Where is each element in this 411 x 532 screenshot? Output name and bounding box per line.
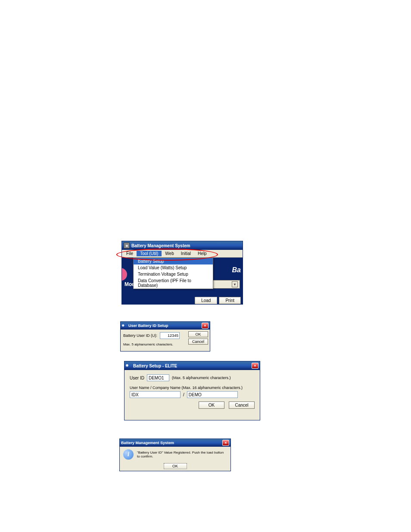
menu-load-value-setup[interactable]: Load Value (Watts) Setup: [134, 264, 213, 271]
company-name-input[interactable]: [187, 391, 238, 398]
titlebar: ⎈ Battery Management System: [122, 241, 243, 250]
menu-file[interactable]: File: [123, 251, 137, 256]
user-name-input[interactable]: [130, 391, 181, 398]
logo-text: Ba: [232, 266, 241, 274]
ok-button[interactable]: OK: [199, 401, 224, 409]
user-id-hint: (Max. 5 alphanumeric characters.): [172, 376, 231, 380]
menu-data-conversion[interactable]: Data Convertion (IPF File to Database): [134, 277, 213, 289]
close-button[interactable]: ×: [252, 363, 258, 369]
user-battery-id-dialog: ⎈ User Battery ID Setup × Battery User I…: [120, 321, 210, 352]
user-id-label: User ID: [130, 376, 144, 380]
dialog-title: Battery Management System: [121, 441, 174, 445]
dialog-body: Battery User ID (U): Max. 5 alphanumeric…: [121, 330, 210, 352]
confirmation-dialog: Battery Management System × i "Battery U…: [119, 439, 231, 471]
message-text: "Battery User ID" Value Registered. Push…: [137, 451, 227, 458]
ok-button[interactable]: OK: [188, 331, 208, 337]
battery-setup-elite-dialog: ⎈ Battery Setup - ELITE × User ID (Max. …: [124, 361, 260, 420]
menu-battery-setup[interactable]: Battery Setup: [134, 258, 213, 264]
dialog-body: User ID (Max. 5 alphanumeric characters.…: [125, 370, 260, 413]
close-button[interactable]: ×: [222, 440, 229, 446]
battery-management-window: ⎈ Battery Management System File Tool (U…: [121, 241, 243, 305]
battery-user-id-label: Battery User ID (U):: [123, 333, 157, 338]
menu-initial[interactable]: Initial: [177, 251, 194, 256]
app-icon: ⎈: [122, 323, 127, 328]
titlebar: Battery Management System ×: [120, 439, 230, 447]
menubar: File Tool (Util) Web Initial Help: [122, 250, 243, 258]
menu-tool[interactable]: Tool (Util): [137, 251, 162, 256]
close-button[interactable]: ×: [202, 323, 209, 329]
cancel-button[interactable]: Cancel: [188, 339, 208, 345]
load-button[interactable]: Load: [195, 297, 217, 304]
dropdown-arrow-icon: ▼: [232, 281, 238, 287]
titlebar: ⎈ Battery Setup - ELITE ×: [125, 361, 260, 370]
print-button[interactable]: Print: [219, 297, 241, 304]
tool-dropdown: Battery Setup Load Value (Watts) Setup T…: [133, 258, 213, 289]
app-icon: ⎈: [124, 243, 130, 249]
menu-help[interactable]: Help: [194, 251, 210, 256]
info-icon: i: [123, 449, 134, 460]
dialog-title: User Battery ID Setup: [128, 324, 168, 328]
window-title: Battery Management System: [131, 243, 190, 248]
dialog-title: Battery Setup - ELITE: [133, 364, 177, 368]
menu-termination-voltage[interactable]: Termination Voltage Setup: [134, 271, 213, 277]
menu-web[interactable]: Web: [162, 251, 177, 256]
decorative-circle: [121, 268, 127, 281]
ok-button[interactable]: OK: [164, 463, 187, 469]
button-row: Load Print: [195, 297, 241, 304]
battery-user-id-input[interactable]: [160, 332, 180, 339]
slash-separator: /: [183, 392, 184, 397]
app-icon: ⎈: [126, 363, 132, 369]
cancel-button[interactable]: Cancel: [229, 401, 255, 409]
name-company-label: User Name / Company Name (Max. 16 alphan…: [130, 386, 255, 390]
titlebar: ⎈ User Battery ID Setup ×: [121, 322, 210, 330]
dialog-body: i "Battery User ID" Value Registered. Pu…: [120, 447, 230, 462]
user-id-input[interactable]: [147, 374, 169, 381]
